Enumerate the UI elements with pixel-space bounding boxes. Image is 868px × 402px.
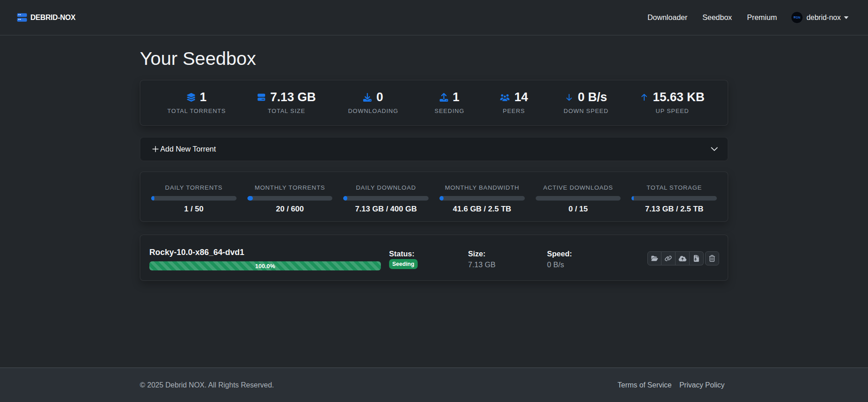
svg-text:DN: DN xyxy=(796,16,801,19)
